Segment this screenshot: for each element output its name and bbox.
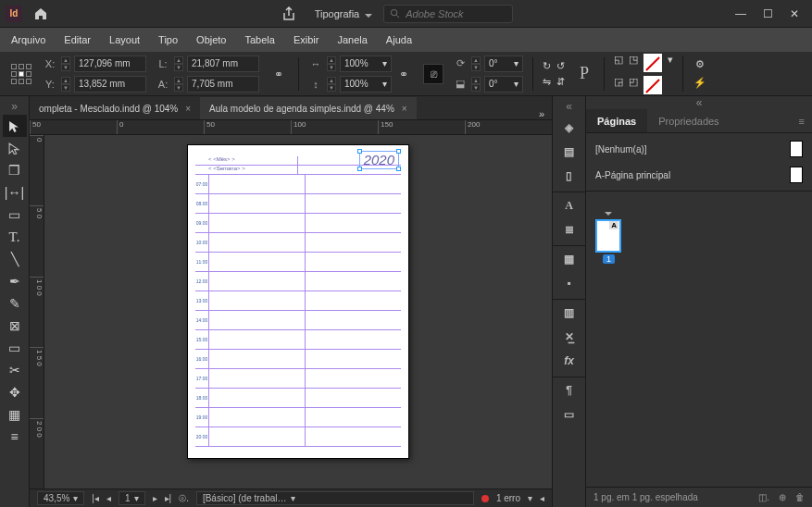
edit-page-size-icon[interactable]: ◫. xyxy=(758,492,769,502)
quick-apply-icon[interactable]: ⚡ xyxy=(693,77,706,89)
home-icon[interactable] xyxy=(33,6,48,21)
flip-v-icon[interactable]: ⇵ xyxy=(556,76,565,88)
rectangle-frame-tool[interactable]: ⊠ xyxy=(3,315,27,337)
page-tool[interactable]: ❐ xyxy=(3,159,27,181)
reference-point[interactable] xyxy=(11,63,33,85)
w-stepper[interactable]: ▲▼ xyxy=(174,56,183,71)
char-styles-icon[interactable]: ▭ xyxy=(557,403,581,426)
effects-panel-icon[interactable]: fx xyxy=(557,350,581,372)
menu-tipo[interactable]: Tipo xyxy=(158,34,178,45)
menu-tabela[interactable]: Tabela xyxy=(245,34,275,45)
clear-transform-button[interactable]: ⎚ xyxy=(423,64,443,84)
free-transform-tool[interactable]: ✥ xyxy=(3,381,27,403)
scale-x-field[interactable]: 100%▾ xyxy=(340,56,392,72)
chevron-down-icon[interactable]: ▾ xyxy=(668,54,673,72)
doc-tab-2[interactable]: Aula modelo de agenda simples.indd @ 44%… xyxy=(200,97,417,119)
swatches-panel-icon[interactable]: ▦ xyxy=(557,248,581,270)
tab-pages[interactable]: Páginas xyxy=(586,109,647,132)
gradient-swatch-tool[interactable]: ▦ xyxy=(3,403,27,426)
master-none[interactable]: [Nenhum(a)] xyxy=(595,141,803,157)
selection-tool[interactable] xyxy=(3,115,27,137)
stroke-none-icon[interactable] xyxy=(643,76,662,94)
line-tool[interactable]: ╲ xyxy=(3,248,27,270)
menu-ajuda[interactable]: Ajuda xyxy=(386,34,412,45)
para-styles-icon[interactable]: ¶ xyxy=(557,379,581,402)
menu-objeto[interactable]: Objeto xyxy=(196,34,226,45)
direct-selection-tool[interactable] xyxy=(3,137,27,159)
shear-field[interactable]: 0°▾ xyxy=(484,76,523,93)
next-page-icon[interactable]: ▸ xyxy=(153,493,157,503)
rotate-field[interactable]: 0°▾ xyxy=(484,56,523,72)
customize-control-icon[interactable]: ⚙ xyxy=(695,58,705,70)
close-button[interactable]: ✕ xyxy=(790,7,799,20)
preflight-errors[interactable]: 1 erro xyxy=(496,493,520,503)
menu-exibir[interactable]: Exibir xyxy=(294,34,319,45)
align-tl-icon[interactable]: ◱ xyxy=(614,54,623,72)
close-icon[interactable]: × xyxy=(185,104,191,114)
x-field[interactable]: 127,096 mm xyxy=(74,56,146,72)
align-bl-icon[interactable]: ◲ xyxy=(614,76,623,94)
close-icon[interactable]: × xyxy=(402,104,407,114)
menu-editar[interactable]: Editar xyxy=(64,34,91,45)
last-page-icon[interactable]: ▸| xyxy=(165,493,172,503)
color-panel-icon[interactable]: ▪ xyxy=(557,272,581,294)
page-number-field[interactable]: 1▾ xyxy=(119,491,145,505)
rotate-ccw-icon[interactable]: ↺ xyxy=(556,60,565,72)
note-tool[interactable]: ≡ xyxy=(3,426,27,448)
doc-tab-1[interactable]: ompleta - Mesclado.indd @ 104%× xyxy=(30,97,200,119)
document-canvas[interactable]: 2020 < <Mês> > < <Semana> > 07:0008:0009… xyxy=(44,135,552,488)
pen-tool[interactable]: ✒ xyxy=(3,270,27,292)
cc-libraries-icon[interactable]: ◈ xyxy=(557,117,581,139)
fill-none-icon[interactable] xyxy=(643,54,662,72)
constrain-scale-icon[interactable]: ⚭ xyxy=(394,64,414,84)
y-stepper[interactable]: ▲▼ xyxy=(61,77,70,92)
new-page-icon[interactable]: ⊕ xyxy=(779,492,786,502)
output-style[interactable]: [Básico] (de trabal…▾ xyxy=(196,491,474,505)
year-text-frame[interactable]: 2020 xyxy=(359,151,399,169)
scroll-left-icon[interactable]: ◂ xyxy=(540,493,544,503)
rotate-cw-icon[interactable]: ↻ xyxy=(543,60,551,72)
content-collector-tool[interactable]: ▭ xyxy=(3,204,27,226)
gap-tool[interactable]: |↔| xyxy=(3,181,27,204)
align-bc-icon[interactable]: ◰ xyxy=(629,76,638,94)
menu-arquivo[interactable]: Arquivo xyxy=(11,34,45,45)
page[interactable]: 2020 < <Mês> > < <Semana> > 07:0008:0009… xyxy=(187,144,409,459)
layers-icon[interactable]: ▯ xyxy=(557,165,581,187)
pages-icon[interactable]: ▤ xyxy=(557,141,581,163)
ruler-horizontal[interactable]: 50050100150200 xyxy=(30,120,552,135)
y-field[interactable]: 13,852 mm xyxy=(74,76,146,93)
maximize-button[interactable]: ☐ xyxy=(763,7,773,20)
story-panel-icon[interactable]: ▥ xyxy=(557,302,581,324)
share-icon[interactable] xyxy=(281,6,296,21)
scale-y-field[interactable]: 100%▾ xyxy=(340,76,392,93)
flip-h-icon[interactable]: ⇋ xyxy=(543,76,551,88)
ruler-vertical[interactable]: 05 01 0 01 5 02 0 0 xyxy=(30,135,44,488)
paragraph-panel-icon[interactable]: ≣ xyxy=(557,218,581,241)
h-stepper[interactable]: ▲▼ xyxy=(174,77,183,92)
pencil-tool[interactable]: ✎ xyxy=(3,292,27,315)
rectangle-tool[interactable]: ▭ xyxy=(3,337,27,359)
tab-properties[interactable]: Propriedades xyxy=(647,109,730,132)
type-tool[interactable]: T. xyxy=(3,226,27,248)
tabs-overflow-icon[interactable]: » xyxy=(539,108,544,119)
page-thumb-1[interactable]: A 1 xyxy=(595,219,621,253)
adobe-stock-search[interactable]: Adobe Stock xyxy=(383,5,513,23)
h-field[interactable]: 7,705 mm xyxy=(187,76,259,93)
open-nav-icon[interactable]: ⦾. xyxy=(179,493,189,504)
w-field[interactable]: 21,807 mm xyxy=(187,56,259,72)
glyphs-panel-icon[interactable]: ✕̲ xyxy=(557,326,581,348)
scissors-tool[interactable]: ✂ xyxy=(3,359,27,381)
character-panel-icon[interactable]: A xyxy=(557,194,581,216)
menu-janela[interactable]: Janela xyxy=(337,34,367,45)
x-stepper[interactable]: ▲▼ xyxy=(61,56,70,71)
prev-page-icon[interactable]: ◂ xyxy=(106,493,111,503)
collapse-icon[interactable]: « xyxy=(586,96,812,109)
delete-page-icon[interactable]: 🗑 xyxy=(795,492,805,502)
collapse-icon[interactable]: » xyxy=(11,100,18,113)
collapse-icon[interactable]: « xyxy=(566,100,572,113)
workspace-switcher[interactable]: Tipografia xyxy=(315,8,373,19)
constrain-wh-icon[interactable]: ⚭ xyxy=(269,64,289,84)
master-a[interactable]: A-Página principal xyxy=(595,167,803,183)
panel-menu-icon[interactable]: ≡ xyxy=(799,116,805,127)
minimize-button[interactable]: — xyxy=(735,7,746,20)
